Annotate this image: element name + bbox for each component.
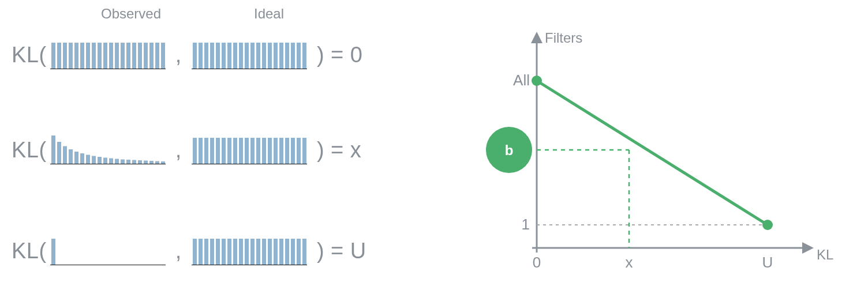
svg-rect-20 — [193, 43, 197, 69]
comma: , — [169, 138, 188, 163]
close-paren-eq: ) = — [310, 43, 350, 67]
svg-rect-70 — [250, 138, 255, 164]
kl-result-x: x — [350, 138, 362, 163]
ideal-hist-uniform — [192, 40, 307, 69]
svg-rect-64 — [216, 138, 220, 164]
svg-rect-2 — [63, 43, 67, 69]
kl-equations-panel: Observed Ideal KL( , — [12, 0, 439, 305]
ideal-column-label: Ideal — [254, 6, 284, 22]
svg-rect-84 — [210, 239, 214, 265]
svg-rect-39 — [302, 43, 306, 69]
svg-rect-14 — [132, 43, 136, 69]
comma: , — [169, 43, 188, 67]
svg-rect-23 — [210, 43, 214, 69]
svg-rect-5 — [80, 43, 84, 69]
svg-rect-94 — [268, 239, 272, 265]
svg-rect-98 — [291, 239, 295, 265]
svg-rect-8 — [98, 43, 102, 69]
svg-rect-87 — [227, 239, 231, 265]
svg-rect-30 — [250, 43, 255, 69]
svg-rect-33 — [268, 43, 272, 69]
comma: , — [169, 239, 188, 263]
svg-rect-80 — [51, 239, 55, 265]
svg-rect-75 — [279, 138, 283, 164]
svg-rect-91 — [250, 239, 255, 265]
svg-rect-73 — [268, 138, 272, 164]
svg-rect-95 — [274, 239, 278, 265]
svg-rect-86 — [222, 239, 226, 265]
kl-row-1: KL( — [12, 124, 439, 176]
svg-rect-24 — [216, 43, 220, 69]
svg-rect-7 — [92, 43, 96, 69]
kl-prefix: KL( — [12, 43, 47, 67]
svg-rect-97 — [285, 239, 289, 265]
svg-rect-100 — [302, 239, 306, 265]
svg-rect-79 — [302, 138, 306, 164]
svg-rect-90 — [245, 239, 249, 265]
svg-rect-88 — [233, 239, 237, 265]
svg-rect-61 — [199, 138, 203, 164]
y-axis-title: Filters — [545, 30, 582, 46]
svg-rect-11 — [115, 43, 119, 69]
svg-rect-62 — [204, 138, 208, 164]
svg-rect-31 — [256, 43, 260, 69]
svg-rect-89 — [239, 239, 243, 265]
observed-column-label: Observed — [101, 6, 161, 22]
bar-chart-icon — [192, 40, 307, 69]
svg-rect-63 — [210, 138, 214, 164]
svg-rect-40 — [51, 135, 55, 164]
svg-rect-77 — [291, 138, 295, 164]
point-all — [532, 76, 542, 86]
x-tick-U: U — [762, 254, 773, 271]
svg-rect-37 — [291, 43, 295, 69]
svg-rect-16 — [144, 43, 148, 69]
svg-rect-81 — [193, 239, 197, 265]
svg-rect-83 — [204, 239, 208, 265]
svg-rect-66 — [227, 138, 231, 164]
x-tick-0: 0 — [533, 254, 541, 271]
svg-rect-22 — [204, 43, 208, 69]
svg-rect-43 — [69, 149, 73, 164]
svg-rect-34 — [274, 43, 278, 69]
svg-rect-82 — [199, 239, 203, 265]
svg-rect-45 — [80, 153, 84, 164]
observed-hist-uniform — [50, 40, 166, 69]
bar-chart-icon — [50, 40, 166, 69]
svg-rect-15 — [138, 43, 142, 69]
svg-rect-27 — [233, 43, 237, 69]
svg-rect-78 — [297, 138, 301, 164]
observed-hist-spike — [50, 236, 166, 265]
close-paren-eq: ) = — [310, 138, 350, 163]
x-tick-x: x — [626, 254, 633, 271]
svg-rect-67 — [233, 138, 237, 164]
bar-chart-icon — [50, 135, 166, 164]
svg-rect-41 — [57, 142, 61, 164]
svg-rect-1 — [57, 43, 61, 69]
y-tick-1: 1 — [522, 216, 530, 233]
svg-rect-72 — [262, 138, 266, 164]
svg-rect-69 — [245, 138, 249, 164]
kl-result-0: 0 — [350, 43, 363, 67]
kl-row-0: KL( , — [12, 29, 439, 81]
svg-rect-3 — [69, 43, 73, 69]
svg-rect-76 — [285, 138, 289, 164]
kl-result-U: U — [350, 239, 366, 263]
svg-rect-0 — [51, 43, 55, 69]
svg-rect-99 — [297, 239, 301, 265]
close-paren-eq: ) = — [310, 239, 350, 263]
svg-rect-21 — [199, 43, 203, 69]
svg-rect-28 — [239, 43, 243, 69]
svg-rect-13 — [126, 43, 130, 69]
bar-chart-icon — [50, 236, 166, 265]
filters-vs-kl-plot: Filters KL b All 1 0 x U — [485, 29, 843, 283]
svg-rect-92 — [256, 239, 260, 265]
observed-hist-decaying — [50, 135, 166, 164]
svg-rect-42 — [63, 146, 67, 165]
svg-rect-38 — [297, 43, 301, 69]
x-axis-title: KL — [817, 247, 833, 262]
svg-rect-29 — [245, 43, 249, 69]
badge-b-label: b — [505, 142, 514, 158]
svg-rect-9 — [103, 43, 107, 69]
svg-rect-93 — [262, 239, 266, 265]
kl-prefix: KL( — [12, 138, 47, 163]
